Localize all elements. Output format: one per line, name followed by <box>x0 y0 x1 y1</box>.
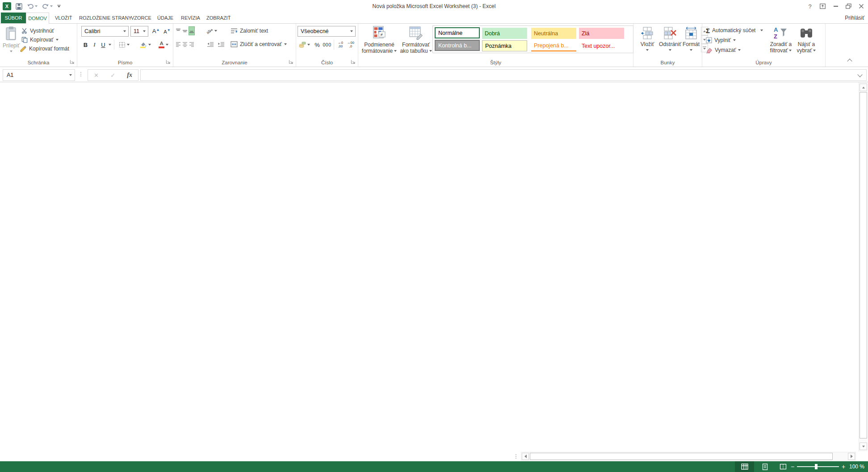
align-top-button[interactable] <box>175 26 181 35</box>
increase-indent-button[interactable] <box>216 40 226 49</box>
zoom-level-label[interactable]: 100 % <box>848 461 866 472</box>
accounting-format-button[interactable] <box>298 40 311 50</box>
collapse-ribbon-button[interactable] <box>845 58 854 65</box>
excel-app-icon[interactable]: X <box>3 2 11 10</box>
merge-center-dropdown-icon[interactable] <box>284 43 287 45</box>
paste-dropdown-icon[interactable] <box>10 51 13 52</box>
style-warning-text[interactable]: Text upozor... <box>579 40 624 51</box>
number-format-combo[interactable]: Všeobecné <box>298 26 356 37</box>
borders-dropdown-icon[interactable] <box>127 44 130 46</box>
undo-button[interactable] <box>27 3 38 9</box>
scroll-right-button[interactable] <box>848 453 855 460</box>
font-dialog-launcher-icon[interactable] <box>166 59 171 65</box>
fill-color-dropdown-icon[interactable] <box>148 44 151 46</box>
minimize-button[interactable] <box>830 0 842 13</box>
conditional-formatting-button[interactable]: ≠ Podmienené formátovanie <box>360 25 398 61</box>
fill-dropdown-icon[interactable] <box>733 39 736 41</box>
tab-home[interactable]: DOMOV <box>26 13 49 24</box>
tab-view[interactable]: ZOBRAZIŤ <box>206 13 231 23</box>
style-check-cell[interactable]: Kontrolná b... <box>435 40 480 51</box>
tab-review[interactable]: REVÍZIA <box>181 13 200 23</box>
accounting-format-dropdown-icon[interactable] <box>307 44 310 46</box>
horizontal-scrollbar[interactable] <box>521 452 856 461</box>
underline-dropdown-icon[interactable] <box>109 44 111 46</box>
italic-button[interactable]: I <box>91 40 98 50</box>
format-cells-dropdown-icon[interactable] <box>690 49 692 51</box>
clear-button[interactable]: Vymazať <box>706 46 741 54</box>
orientation-dropdown-icon[interactable] <box>214 30 217 32</box>
decrease-decimal-button[interactable]: →00,0 <box>346 40 356 50</box>
ribbon-display-options-button[interactable] <box>817 0 828 13</box>
style-bad[interactable]: Zlá <box>579 28 624 39</box>
format-as-table-button[interactable]: Formátovať ako tabuľku <box>399 25 432 61</box>
tab-split-handle[interactable] <box>516 454 516 459</box>
zoom-out-button[interactable]: − <box>789 461 796 472</box>
fill-button[interactable]: Vyplniť <box>706 36 736 44</box>
style-neutral[interactable]: Neutrálna <box>531 28 576 39</box>
insert-cells-dropdown-icon[interactable] <box>646 49 649 51</box>
align-right-button[interactable] <box>189 40 195 49</box>
close-button[interactable] <box>855 0 867 13</box>
align-middle-button[interactable] <box>182 26 188 35</box>
zoom-slider-track[interactable] <box>797 466 839 467</box>
insert-function-button[interactable]: fx <box>127 72 132 79</box>
save-button[interactable] <box>16 3 22 10</box>
insert-cells-button[interactable]: Vložiť <box>637 25 658 61</box>
cut-button[interactable]: Vystrihnúť <box>21 27 54 35</box>
clipboard-dialog-launcher-icon[interactable] <box>70 59 75 65</box>
format-cells-button[interactable]: Formát <box>682 25 700 61</box>
align-bottom-button[interactable] <box>189 26 195 35</box>
scroll-left-button[interactable] <box>522 453 529 460</box>
font-color-button[interactable]: A <box>156 40 171 50</box>
undo-dropdown-icon[interactable] <box>35 5 38 7</box>
tab-data[interactable]: ÚDAJE <box>157 13 173 23</box>
scroll-down-button[interactable] <box>860 442 867 450</box>
style-normal[interactable]: Normálne <box>435 27 480 38</box>
copy-button[interactable]: Kopírovať <box>21 36 59 44</box>
tab-file[interactable]: SÚBOR <box>1 13 26 23</box>
zoom-slider-handle[interactable] <box>815 464 818 469</box>
comma-style-button[interactable]: 000 <box>322 40 332 50</box>
tab-page-layout[interactable]: ROZLOŽENIE STRANY <box>79 13 132 23</box>
bold-button[interactable]: B <box>81 40 90 50</box>
increase-decimal-button[interactable]: ←0,00 <box>335 40 345 50</box>
enter-button[interactable]: ✓ <box>110 72 115 79</box>
number-format-dropdown-icon[interactable] <box>350 30 353 32</box>
formula-input[interactable] <box>140 69 867 81</box>
orientation-button[interactable]: ab <box>205 26 219 35</box>
vertical-scroll-thumb[interactable] <box>860 92 867 438</box>
clear-dropdown-icon[interactable] <box>738 49 741 51</box>
underline-button[interactable]: U <box>99 40 107 50</box>
copy-dropdown-icon[interactable] <box>56 39 59 41</box>
decrease-font-size-button[interactable]: A▼ <box>162 26 172 36</box>
merge-center-button[interactable]: Zlúčiť a centrovať <box>231 40 287 48</box>
worksheet-area[interactable] <box>0 82 859 451</box>
scroll-up-button[interactable] <box>860 84 867 91</box>
align-left-button[interactable] <box>175 40 181 49</box>
find-select-button[interactable]: Nájsť a vybrať <box>794 25 818 61</box>
cancel-button[interactable]: ✕ <box>94 72 99 79</box>
name-box-dropdown-icon[interactable] <box>69 74 72 76</box>
delete-cells-dropdown-icon[interactable] <box>669 49 671 51</box>
page-layout-view-button[interactable] <box>756 461 774 472</box>
style-linked-cell[interactable]: Prepojená b... <box>531 40 576 51</box>
autosum-dropdown-icon[interactable] <box>760 30 763 31</box>
name-box[interactable]: A1 <box>3 69 75 81</box>
vertical-scrollbar[interactable] <box>859 82 868 451</box>
percent-style-button[interactable]: % <box>313 40 321 50</box>
number-dialog-launcher-icon[interactable] <box>351 59 356 65</box>
customize-qat-button[interactable] <box>57 5 61 8</box>
fill-color-button[interactable] <box>137 40 153 50</box>
font-name-dropdown-icon[interactable] <box>123 30 126 32</box>
style-good[interactable]: Dobrá <box>482 28 527 39</box>
font-name-combo[interactable]: Calibri <box>81 26 129 37</box>
decrease-indent-button[interactable] <box>205 40 215 49</box>
zoom-in-button[interactable]: + <box>840 461 847 472</box>
help-button[interactable]: ? <box>804 0 816 13</box>
autosum-button[interactable]: Σ Automatický súčet <box>706 26 763 34</box>
delete-cells-button[interactable]: Odstrániť <box>658 25 682 61</box>
redo-button[interactable] <box>42 3 53 9</box>
status-bar[interactable]: − + 100 % <box>0 461 868 472</box>
expand-formula-bar-icon[interactable] <box>857 72 862 77</box>
increase-font-size-button[interactable]: A▲ <box>151 26 161 36</box>
